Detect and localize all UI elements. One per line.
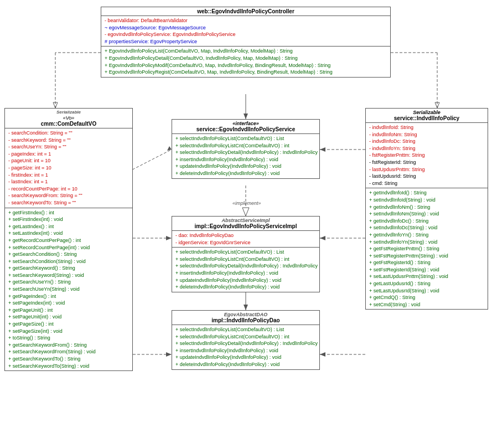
svg-marker-13 xyxy=(167,146,172,151)
field-item: - searchKeywordFrom: String = "" xyxy=(8,192,129,199)
field-item: - lastUpdusrPnttm: String xyxy=(369,166,484,173)
svg-marker-11 xyxy=(244,305,248,310)
serviceimpl-methods: + selectIndvdlInfoPolicyList(ComDefaultV… xyxy=(172,248,319,292)
method-item: + setLastUpdusrId(String) : void xyxy=(369,287,484,295)
method-item: + deleteIndvdlInfoPolicy(IndvdlInfoPolic… xyxy=(175,284,316,291)
field-item: - indvdlInfoId: String xyxy=(369,124,484,131)
diagram-container: «implement» web::EgovIndvdlInfoPolicyCon… xyxy=(0,0,492,448)
method-item: + setPageUnit(int) : void xyxy=(8,313,129,321)
method-item: + getLastUpdusrId() : String xyxy=(369,280,484,287)
method-item: + getCmdQ() : String xyxy=(369,294,484,301)
comdefaultvo-title: «Vo»cmm::ComDefaultVO xyxy=(7,115,130,127)
field-item: - lastUpdusrId: String xyxy=(369,173,484,180)
method-item: + setSearchCondition(String) : void xyxy=(8,258,129,265)
dao-box: EgovAbstractDAO impl::IndvdlInfoPolicyDa… xyxy=(172,310,320,370)
method-item: + setRecordCountPerPage(int) : void xyxy=(8,244,129,251)
method-item: + setIndvdlInfoYn(String) : void xyxy=(369,239,484,246)
serviceimpl-header: AbstractServiceImpl impl::EgovIndvdlInfo… xyxy=(172,217,319,231)
method-item: + getIndvdlInfoId() : String xyxy=(369,189,484,197)
comdefaultvo-fields: - searchCondition: String = "" - searchK… xyxy=(5,128,132,208)
method-item: + selectIndvdlInfoPolicyList(ComDefaultV… xyxy=(175,249,316,256)
field-item: - pageUnit: int = 10 xyxy=(8,157,129,164)
serviceimpl-abstract: AbstractServiceImpl xyxy=(174,218,317,223)
service-methods: + selectIndvdlInfoPolicyList(ComDefaultV… xyxy=(172,134,319,178)
method-item: + getIndvdlInfoYn() : String xyxy=(369,231,484,239)
serviceimpl-box: AbstractServiceImpl impl::EgovIndvdlInfo… xyxy=(172,216,320,292)
method-item: + selectIndvdlInfoPolicyDetail(IndvdlInf… xyxy=(175,262,316,270)
svg-line-12 xyxy=(128,150,172,172)
method-item: + selectIndvdlInfoPolicyListCnt(ComDefau… xyxy=(175,333,316,341)
method-item: + updateIndvdlInfoPolicy(IndvdlInfoPolic… xyxy=(175,277,316,284)
field-item: - searchKeywordTo: String = "" xyxy=(8,199,129,207)
method-item: + getPageIndex() : int xyxy=(8,293,129,300)
method-item: + setCmd(String) : void xyxy=(369,301,484,308)
field-item: ~ egovMessageSource: EgovMessageSource xyxy=(105,24,387,32)
method-item: + setFirstIndex(int) : void xyxy=(8,216,129,223)
method-item: + deleteIndvdlInfoPolicy(IndvdlInfoPolic… xyxy=(175,170,316,177)
field-item: - searchUseYn: String = "" xyxy=(8,143,129,151)
svg-marker-15 xyxy=(320,147,325,152)
method-item: + getFstRegisterPnttm() : String xyxy=(369,245,484,253)
method-item: + getSearchKeywordFrom() : String xyxy=(8,342,129,349)
field-item: - firstIndex: int = 1 xyxy=(8,172,129,179)
indvdlinfopolicy-header: Serializable service::IndvdlInfoPolicy xyxy=(366,109,488,123)
comdefaultvo-methods: + getFirstIndex() : int + setFirstIndex(… xyxy=(5,208,132,371)
method-item: + selectIndvdlInfoPolicyListCnt(ComDefau… xyxy=(175,142,316,150)
field-item: # propertiesService: EgovPropertyService xyxy=(105,38,387,45)
method-item: + getPageUnit() : int xyxy=(8,307,129,314)
method-item: + selectIndvdlInfoPolicyDetail(IndvdlInf… xyxy=(175,149,316,156)
indvdlinfopolicy-box: Serializable service::IndvdlInfoPolicy -… xyxy=(365,108,488,310)
field-item: - indvdlInfoDc: String xyxy=(369,138,484,145)
method-item: + getFstRegisterId() : String xyxy=(369,259,484,266)
dao-methods: + selectIndvdlInfoPolicyList(ComDefaultV… xyxy=(172,325,319,369)
field-item: - beanValidator: DefaultBeanValidator xyxy=(105,17,387,24)
controller-methods: + EgovIndvdlInfoPolicyList(ComDefaultVO,… xyxy=(101,47,390,76)
method-item: + insertIndvdlInfoPolicy(IndvdlInfoPolic… xyxy=(175,156,316,163)
method-item: + setFstRegisterPnttm(String) : void xyxy=(369,253,484,260)
svg-marker-9 xyxy=(242,208,249,216)
method-item: + selectIndvdlInfoPolicyList(ComDefaultV… xyxy=(175,326,316,333)
method-item: + insertIndvdlInfoPolicy(IndvdlInfoPolic… xyxy=(175,270,316,277)
svg-marker-23 xyxy=(320,352,325,357)
method-item: + setIndvdlInfoId(String) : void xyxy=(369,197,484,204)
svg-marker-1 xyxy=(244,114,248,119)
svg-text:«implement»: «implement» xyxy=(232,200,261,206)
method-item: + setFstRegisterId(String) : void xyxy=(369,266,484,274)
method-item: + setLastUpdusrPnttm(String) : void xyxy=(369,273,484,280)
method-item: + selectIndvdlInfoPolicyDetail(IndvdlInf… xyxy=(175,340,316,347)
field-item: - pageSize: int = 10 xyxy=(8,164,129,172)
field-item: - searchCondition: String = "" xyxy=(8,130,129,137)
field-item: - searchKeyword: String = "" xyxy=(8,137,129,144)
field-item: - idgenService: EgovIdGnrService xyxy=(175,239,316,246)
method-item: + setSearchKeywordTo(String) : void xyxy=(8,363,129,370)
service-box: «interface» service::EgovIndvdlInfoPolic… xyxy=(172,119,320,179)
field-item: - fstRegisterPnttm: String xyxy=(369,152,484,159)
field-item: - fstRegisterId: String xyxy=(369,159,484,166)
method-item: + EgovIndvdlInfoPolicyModif(ComDefaultVO… xyxy=(105,62,387,69)
field-item: - recordCountPerPage: int = 10 xyxy=(8,186,129,193)
field-item: - indvdlInfoNm: String xyxy=(369,131,484,138)
service-header: «interface» service::EgovIndvdlInfoPolic… xyxy=(172,120,319,134)
dao-abstract: EgovAbstractDAO xyxy=(174,312,317,317)
method-item: + getIndvdlInfoNm() : String xyxy=(369,204,484,211)
method-item: + insertIndvdlInfoPolicy(IndvdlInfoPolic… xyxy=(175,347,316,354)
comdefaultvo-stereotype: Serializable xyxy=(7,110,130,115)
method-item: + setIndvdlInfoDc(String) : void xyxy=(369,224,484,231)
svg-marker-21 xyxy=(166,352,172,357)
serviceimpl-fields: - dao: IndvdlInfoPolicyDao - idgenServic… xyxy=(172,231,319,248)
field-item: - pageIndex: int = 1 xyxy=(8,151,129,158)
dao-title: impl::IndvdlInfoPolicyDao xyxy=(174,317,317,323)
method-item: + getSearchCondition() : String xyxy=(8,251,129,258)
service-title: service::EgovIndvdlInfoPolicyService xyxy=(174,126,317,132)
method-item: + setSearchKeywordFrom(String) : void xyxy=(8,348,129,356)
method-item: + getFirstIndex() : int xyxy=(8,209,129,217)
field-item: - indvdlInfoYn: String xyxy=(369,145,484,152)
method-item: + EgovIndvdlInfoPolicyRegist(ComDefaultV… xyxy=(105,69,387,76)
method-item: + setSearchKeyword(String) : void xyxy=(8,272,129,279)
method-item: + EgovIndvdlInfoPolicyList(ComDefaultVO,… xyxy=(105,48,387,55)
method-item: + selectIndvdlInfoPolicyListCnt(ComDefau… xyxy=(175,256,316,263)
method-item: + getSearchUseYn() : String xyxy=(8,279,129,286)
method-item: + getSearchKeywordTo() : String xyxy=(8,356,129,363)
method-item: + setPageSize(int) : void xyxy=(8,328,129,335)
serviceimpl-title: impl::EgovIndvdlInfoPolicyServiceImpl xyxy=(174,223,317,229)
